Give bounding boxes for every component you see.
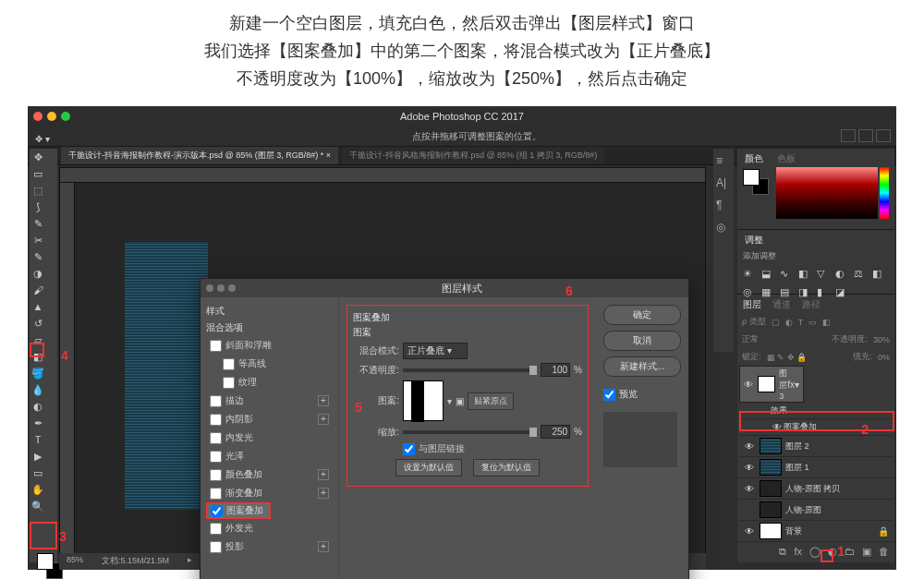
scale-slider[interactable]	[403, 430, 537, 434]
layer-effect-row[interactable]: 效果	[739, 403, 893, 419]
style-texture[interactable]: 纹理	[206, 373, 333, 392]
scale-input[interactable]: 250	[541, 425, 570, 439]
layer-thumb[interactable]	[760, 459, 782, 476]
style-checkbox[interactable]	[210, 395, 222, 407]
close-icon[interactable]	[33, 112, 43, 121]
visibility-icon[interactable]: 👁	[743, 463, 756, 473]
blend-mode-select[interactable]: 正片叠底 ▾	[403, 343, 468, 359]
eraser-tool-icon[interactable]: ▱	[31, 333, 44, 346]
preview-checkbox[interactable]	[603, 389, 615, 401]
hue-sat-icon[interactable]: ◐	[835, 268, 848, 281]
style-checkbox[interactable]	[210, 469, 222, 481]
layer-row[interactable]: 人物-原图	[739, 500, 893, 521]
type-tool-icon[interactable]: T	[31, 433, 44, 446]
stamp-tool-icon[interactable]: ▲	[31, 300, 44, 313]
layer-thumb[interactable]	[760, 480, 782, 497]
pattern-dropdown-icon[interactable]: ▾	[447, 396, 452, 406]
pattern-swatch[interactable]	[403, 380, 444, 421]
style-checkbox[interactable]	[210, 340, 222, 352]
style-inner-shadow[interactable]: 内阴影+	[206, 410, 333, 428]
history-panel-icon[interactable]: ≡	[716, 154, 731, 167]
paths-tab[interactable]: 路径	[798, 296, 824, 313]
color-picker[interactable]	[776, 167, 878, 219]
link-layers-icon[interactable]: ⧉	[779, 546, 786, 558]
visibility-icon[interactable]: 👁	[771, 422, 784, 432]
style-inner-glow[interactable]: 内发光	[206, 428, 333, 447]
dialog-titlebar[interactable]: 图层样式	[201, 279, 688, 297]
style-drop-shadow[interactable]: 投影+	[206, 537, 333, 556]
opacity-slider[interactable]	[403, 368, 537, 372]
zoom-tool-icon[interactable]: 🔍	[31, 500, 44, 513]
path-select-icon[interactable]: ▶	[31, 450, 44, 463]
search-icon[interactable]	[858, 129, 873, 142]
group-icon[interactable]: 🗀	[845, 546, 855, 558]
style-checkbox[interactable]	[210, 523, 222, 535]
adjustment-layer-icon[interactable]: ◐	[828, 546, 837, 558]
move-tool-icon[interactable]: ✥ ▾	[35, 129, 50, 150]
move-tool-icon[interactable]: ✥	[31, 151, 44, 163]
style-stroke[interactable]: 描边+	[206, 392, 333, 410]
channels-tab[interactable]: 通道	[769, 296, 795, 313]
gradient-tool-icon[interactable]: ◧	[31, 350, 44, 363]
paint-bucket-icon[interactable]: 🪣	[31, 367, 44, 380]
opacity-input[interactable]: 100	[541, 363, 570, 377]
lasso-tool-icon[interactable]: ⟆	[31, 200, 44, 213]
brush-tool-icon[interactable]: 🖌	[31, 283, 44, 296]
set-default-button[interactable]: 设置为默认值	[395, 459, 462, 476]
document-canvas[interactable]	[125, 242, 208, 510]
layer-name[interactable]: 图层 1	[785, 462, 889, 474]
doc-tab-active[interactable]: 干脆设计-抖音海报制作教程-演示版本.psd @ 85% (图层 3, RGB/…	[61, 147, 338, 164]
artboard-tool-icon[interactable]: ▭	[31, 167, 44, 180]
layer-row[interactable]: 👁 图层 1	[739, 457, 893, 478]
crop-tool-icon[interactable]: ✂	[31, 234, 44, 247]
visibility-icon[interactable]: 👁	[744, 380, 754, 390]
style-checkbox[interactable]	[210, 451, 222, 463]
style-checkbox[interactable]	[210, 432, 222, 444]
color-balance-icon[interactable]: ⚖	[854, 268, 867, 281]
new-pattern-icon[interactable]: ▣	[456, 396, 464, 406]
layer-row[interactable]: 👁 图层 2	[739, 436, 893, 457]
link-with-layer-checkbox[interactable]	[403, 443, 415, 455]
style-outer-glow[interactable]: 外发光	[206, 519, 333, 537]
window-traffic-lights[interactable]	[33, 112, 70, 121]
patch-tool-icon[interactable]: ◑	[31, 267, 44, 280]
layer-row[interactable]: 👁 人物-原图 拷贝	[739, 478, 893, 500]
swatches-tab[interactable]: 色板	[772, 151, 801, 167]
layer-name[interactable]: 图层 3	[779, 368, 787, 401]
shape-tool-icon[interactable]: ▭	[31, 466, 44, 479]
bw-icon[interactable]: ◧	[872, 268, 885, 281]
layer-thumb[interactable]	[760, 523, 782, 539]
layer-name[interactable]: 人物-原图 拷贝	[785, 483, 889, 495]
layer-thumb[interactable]	[758, 376, 775, 392]
history-brush-icon[interactable]: ↺	[31, 317, 44, 330]
quickselect-tool-icon[interactable]: ✎	[31, 217, 44, 230]
style-checkbox[interactable]	[223, 358, 235, 370]
maximize-icon[interactable]	[61, 112, 70, 121]
ok-button[interactable]: 确定	[603, 305, 681, 325]
fx-icon[interactable]: fx	[794, 546, 802, 558]
plus-icon[interactable]: +	[318, 541, 329, 552]
visibility-icon[interactable]: 👁	[743, 526, 756, 537]
layer-thumb[interactable]	[760, 438, 782, 454]
layer-name[interactable]: 人物-原图	[785, 504, 889, 516]
panel-icon[interactable]	[876, 129, 891, 142]
lock-icons[interactable]: ▦ ✎ ✥ 🔒	[767, 353, 808, 362]
styles-header[interactable]: 样式	[206, 303, 333, 320]
filter-adj-icon[interactable]: ◐	[785, 318, 793, 327]
layer-kind-filter[interactable]: ρ 类型	[742, 316, 766, 328]
filter-smart-icon[interactable]: ◧	[822, 318, 831, 327]
adjustments-tab[interactable]: 调整	[739, 232, 769, 248]
fill-value[interactable]: 0%	[878, 353, 890, 362]
plus-icon[interactable]: +	[318, 469, 329, 480]
blend-options-header[interactable]: 混合选项	[206, 320, 333, 336]
curves-icon[interactable]: ∿	[780, 268, 793, 281]
style-satin[interactable]: 光泽	[206, 447, 333, 465]
layer-row[interactable]: 👁 图层 3 fx ▾	[739, 366, 804, 403]
threshold-icon[interactable]: ◪	[835, 286, 848, 299]
zoom-level[interactable]: 85%	[67, 555, 83, 568]
new-style-button[interactable]: 新建样式...	[603, 356, 681, 377]
color-tab[interactable]: 颜色	[739, 151, 769, 167]
layer-row[interactable]: 👁 背景 🔒	[739, 521, 893, 542]
brightness-icon[interactable]: ☀	[743, 268, 756, 281]
plus-icon[interactable]: +	[318, 488, 329, 499]
